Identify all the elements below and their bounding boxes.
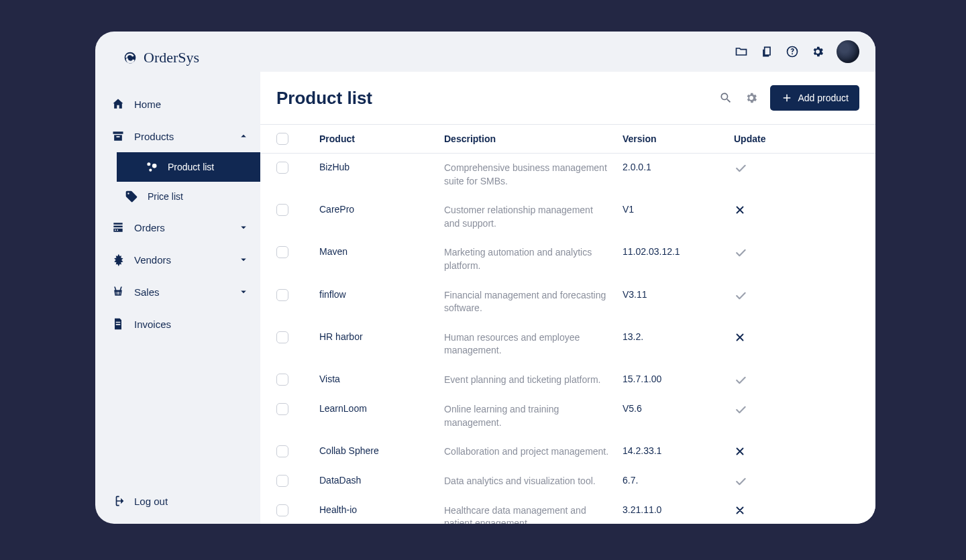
cell-version: 14.2.33.1 — [623, 445, 734, 456]
copy-icon[interactable] — [760, 45, 773, 58]
close-icon — [734, 504, 746, 516]
archive-icon — [111, 129, 125, 143]
orders-icon — [111, 221, 125, 234]
brand: OrderSys — [95, 32, 260, 74]
page-title: Product list — [276, 88, 719, 109]
cell-update — [734, 246, 788, 260]
bubble-chart-icon — [145, 160, 158, 174]
avatar[interactable] — [837, 40, 859, 63]
col-update-header: Update — [734, 133, 788, 144]
home-icon — [111, 97, 125, 111]
cell-update — [734, 504, 788, 516]
check-icon — [734, 162, 747, 175]
cell-update — [734, 445, 788, 457]
tag-icon — [125, 190, 138, 203]
nav-products[interactable]: Products — [95, 120, 260, 152]
sidebar: OrderSys Home Products Product list Pric… — [95, 32, 260, 524]
main: Product list Add product Product Descrip… — [260, 72, 875, 524]
row-checkbox[interactable] — [276, 403, 288, 415]
cell-update — [734, 475, 788, 488]
table-row: DataDashData analytics and visualization… — [260, 467, 875, 496]
table-row: MavenMarketing automation and analytics … — [260, 238, 875, 280]
nav-product-list-label: Product list — [168, 162, 214, 172]
cell-description: Customer relationship management and sup… — [444, 204, 623, 230]
cell-version: 3.21.11.0 — [623, 504, 734, 515]
cell-description: Healthcare data management and patient e… — [444, 504, 623, 524]
table-row: Health-ioHealthcare data management and … — [260, 496, 875, 524]
nav-home-label: Home — [134, 99, 161, 110]
invoice-icon — [111, 317, 125, 331]
cell-version: 13.2. — [623, 331, 734, 342]
check-icon — [734, 475, 747, 488]
nav-price-list-label: Price list — [148, 191, 183, 202]
settings-icon[interactable] — [811, 45, 824, 58]
row-checkbox[interactable] — [276, 204, 288, 216]
check-icon — [734, 246, 747, 260]
table-settings-icon[interactable] — [745, 91, 758, 105]
chevron-down-icon — [237, 254, 250, 266]
cell-version: 11.02.03.12.1 — [623, 246, 734, 257]
row-checkbox[interactable] — [276, 246, 288, 258]
cell-product: CarePro — [319, 204, 444, 215]
table-row: Collab SphereCollaboration and project m… — [260, 437, 875, 467]
table-row: finflowFinancial management and forecast… — [260, 281, 875, 323]
close-icon — [734, 445, 746, 457]
add-product-label: Add product — [798, 93, 849, 103]
add-product-button[interactable]: Add product — [770, 85, 860, 111]
row-checkbox[interactable] — [276, 475, 288, 487]
cell-version: V3.11 — [623, 289, 734, 300]
row-checkbox[interactable] — [276, 374, 288, 386]
cell-product: HR harbor — [319, 331, 444, 342]
nav-sales[interactable]: Sales — [95, 276, 260, 308]
col-product-header: Product — [319, 133, 444, 144]
help-icon[interactable] — [786, 45, 799, 58]
row-checkbox[interactable] — [276, 331, 288, 343]
cell-update — [734, 374, 788, 387]
chevron-down-icon — [237, 221, 250, 233]
cell-description: Online learning and training management. — [444, 403, 623, 429]
check-icon — [734, 374, 747, 387]
table-row: HR harborHuman resources and employee ma… — [260, 323, 875, 366]
nav-product-list[interactable]: Product list — [117, 152, 260, 182]
folder-icon[interactable] — [735, 45, 748, 58]
cell-description: Financial management and forecasting sof… — [444, 289, 623, 315]
nav-sales-label: Sales — [134, 286, 160, 298]
cell-update — [734, 162, 788, 175]
table-row: LearnLoomOnline learning and training ma… — [260, 395, 875, 437]
nav-home[interactable]: Home — [95, 88, 260, 120]
nav-price-list[interactable]: Price list — [95, 182, 260, 211]
search-icon[interactable] — [719, 91, 733, 105]
app-shell: OrderSys Home Products Product list Pric… — [95, 32, 875, 524]
cell-version: V5.6 — [623, 403, 734, 414]
col-version-header: Version — [623, 133, 734, 144]
cell-product: finflow — [319, 289, 444, 300]
cell-description: Collaboration and project management. — [444, 445, 623, 459]
cell-description: Comprehensive business management suite … — [444, 162, 623, 188]
row-checkbox[interactable] — [276, 504, 288, 516]
logout-icon — [111, 494, 125, 508]
topbar — [260, 32, 875, 72]
row-checkbox[interactable] — [276, 162, 288, 174]
nav-logout[interactable]: Log out — [95, 485, 260, 524]
nav-vendors[interactable]: Vendors — [95, 243, 260, 276]
nav-orders[interactable]: Orders — [95, 211, 260, 243]
cell-update — [734, 289, 788, 302]
nav-invoices-label: Invoices — [134, 319, 171, 330]
cell-product: DataDash — [319, 475, 444, 486]
cell-product: Collab Sphere — [319, 445, 444, 456]
check-icon — [734, 403, 747, 416]
cell-description: Data analytics and visualization tool. — [444, 475, 623, 488]
cell-version: V1 — [623, 204, 734, 215]
page-tools: Add product — [719, 85, 860, 111]
cell-product: BizHub — [319, 162, 444, 172]
row-checkbox[interactable] — [276, 289, 288, 301]
nav-invoices[interactable]: Invoices — [95, 308, 260, 340]
nav: Home Products Product list Price list Or… — [95, 88, 260, 524]
brand-icon — [123, 51, 137, 64]
table-header: Product Description Version Update — [260, 125, 875, 154]
chevron-up-icon — [237, 130, 250, 142]
select-all-checkbox[interactable] — [276, 133, 288, 145]
table-body: BizHubComprehensive business management … — [260, 154, 875, 524]
row-checkbox[interactable] — [276, 445, 288, 457]
nav-vendors-label: Vendors — [134, 254, 171, 266]
